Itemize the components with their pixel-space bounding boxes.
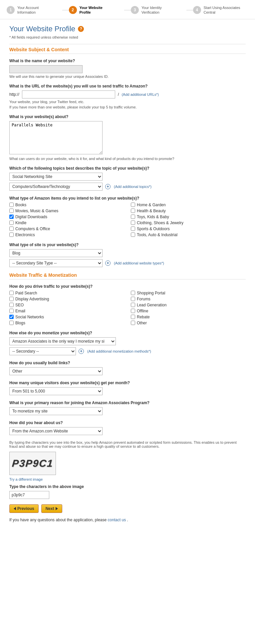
item-toys-kids: Toys, Kids & Baby [131, 215, 246, 219]
footer-text: If you have any questions about the appl… [9, 518, 107, 522]
step-connector-2 [124, 10, 131, 10]
add-url-link[interactable]: (Add additional URLs*) [122, 92, 159, 96]
topic1-select[interactable]: Social Networking Site Blog Content Site… [9, 173, 103, 181]
build-links-select[interactable]: Other Manually Via Plugin Via API [9, 367, 103, 375]
item-movies: Movies, Music & Games [9, 209, 124, 213]
monetization-primary-row: Amazon Associates is the only way I mone… [9, 337, 246, 345]
traffic-display-advertising: Display Advertising [9, 297, 124, 301]
monetization-secondary-select[interactable]: -- Secondary -- Other [9, 347, 76, 355]
q9-label: How do you usually build links? [9, 361, 246, 365]
q6-label: What type of site is your website(s)? [9, 242, 246, 247]
help-icon[interactable]: ? [78, 26, 84, 32]
required-note: * All fields required unless otherwise n… [9, 35, 246, 39]
q3-note: What can users do on your website, who i… [9, 157, 246, 161]
item-computers: Computers & Office [9, 227, 124, 231]
label-paid-search: Paid Search [15, 291, 37, 295]
page-title: Your Website Profile ? [9, 25, 246, 33]
checkbox-offline[interactable] [131, 309, 135, 313]
step-3-label: Your IdentityVerification [141, 5, 162, 15]
checkbox-movies[interactable] [9, 209, 14, 213]
field-build-links: How do you usually build links? Other Ma… [9, 361, 246, 375]
checkbox-lead-generation[interactable] [131, 303, 135, 307]
item-electronics: Electronics [9, 233, 124, 237]
q2-note1: Your website, your blog, your Twitter fe… [9, 100, 246, 104]
q5-label: What type of Amazon items do you intend … [9, 196, 246, 201]
checkbox-email[interactable] [9, 309, 14, 313]
label-email: Email [15, 309, 25, 313]
add-methods-plus: + [79, 349, 84, 354]
next-label: Next [46, 506, 54, 511]
field-amazon-items: What type of Amazon items do you intend … [9, 196, 246, 237]
site-type-primary-select[interactable]: Blog Content Site Deals/Coupons Social N… [9, 249, 103, 257]
try-different-image-link[interactable]: Try a different image [9, 477, 43, 481]
traffic-offline: Offline [131, 309, 246, 313]
section-traffic: Website Traffic & Monetization [9, 272, 246, 279]
add-types-plus: + [105, 260, 111, 266]
checkbox-home-garden[interactable] [131, 203, 135, 207]
label-rebate: Rebate [137, 315, 150, 319]
checkbox-digital-downloads[interactable] [9, 215, 14, 219]
field-unique-visitors: How many unique visitors does your websi… [9, 381, 246, 395]
add-topics-link[interactable]: (Add additional topics*) [114, 185, 151, 189]
checkbox-traffic-other[interactable] [131, 321, 135, 325]
contact-us-link[interactable]: contact us [108, 518, 126, 522]
checkbox-tools[interactable] [131, 233, 135, 237]
checkbox-books[interactable] [9, 203, 14, 207]
q8-label: How else do you monetize your website(s)… [9, 331, 246, 335]
q3-label: What is your website(s) about? [9, 114, 246, 119]
checkbox-toys-kids[interactable] [131, 215, 135, 219]
checkbox-blogs[interactable] [9, 321, 14, 325]
checkbox-health-beauty[interactable] [131, 209, 135, 213]
monetization-primary-select[interactable]: Amazon Associates is the only way I mone… [9, 337, 116, 345]
monetization-secondary-row: -- Secondary -- Other + (Add additional … [9, 347, 246, 355]
captcha-image: P3P9C1 [9, 452, 56, 475]
add-types-link[interactable]: (Add additional website types*) [114, 261, 164, 265]
field-website-about: What is your website(s) about? Parallels… [9, 114, 246, 161]
label-digital-downloads: Digital Downloads [15, 215, 47, 219]
item-digital-downloads: Digital Downloads [9, 215, 124, 219]
checkbox-display-advertising[interactable] [9, 297, 14, 301]
label-electronics: Electronics [15, 233, 35, 237]
website-about-textarea[interactable]: Parallels Website [9, 121, 103, 154]
checkbox-paid-search[interactable] [9, 291, 14, 295]
checkbox-kindle[interactable] [9, 221, 14, 225]
primary-reason-select[interactable]: To monetize my site To earn extra income… [9, 407, 103, 415]
item-health-beauty: Health & Beauty [131, 209, 246, 213]
previous-button[interactable]: Previous [9, 504, 39, 513]
q1-note: We will use this name to generate your u… [9, 75, 246, 79]
step-2-circle: 2 [69, 6, 77, 14]
checkbox-shopping-portal[interactable] [131, 291, 135, 295]
checkbox-sports[interactable] [131, 227, 135, 231]
checkbox-forums[interactable] [131, 297, 135, 301]
add-methods-link[interactable]: (Add additional monetization methods*) [87, 349, 151, 353]
label-lead-generation: Lead Generation [137, 303, 166, 307]
checkbox-social-networks[interactable] [9, 315, 14, 319]
unique-visitors-select[interactable]: From 501 to 5,000 0 to 500 5,001 to 20,0… [9, 387, 103, 395]
traffic-grid: Paid Search Shopping Portal Display Adve… [9, 291, 246, 325]
url-row: http:// / (Add additional URLs*) [9, 90, 246, 98]
website-name-input[interactable] [9, 65, 83, 73]
captcha-input[interactable] [9, 491, 49, 499]
slash-separator: / [118, 92, 119, 97]
field-primary-reason: What is your primary reason for joining … [9, 401, 246, 415]
q1-label: What is the name of your website? [9, 59, 246, 63]
next-button[interactable]: Next [41, 504, 62, 513]
checkbox-computers[interactable] [9, 227, 14, 231]
item-home-garden: Home & Garden [131, 203, 246, 207]
label-sports: Sports & Outdoors [137, 227, 170, 231]
checkbox-clothing[interactable] [131, 221, 135, 225]
label-toys-kids: Toys, Kids & Baby [137, 215, 169, 219]
checkbox-rebate[interactable] [131, 315, 135, 319]
topic2-select[interactable]: Computers/Software/Technology Social Net… [9, 183, 103, 191]
checkbox-seo[interactable] [9, 303, 14, 307]
label-traffic-other: Other [137, 321, 147, 325]
url-input[interactable] [22, 90, 115, 98]
step-4-label: Start Using AssociatesCentral [204, 5, 240, 15]
how-heard-select[interactable]: From the Amazon.com Website Search Engin… [9, 427, 103, 435]
checkbox-electronics[interactable] [9, 233, 14, 237]
captcha-description: By typing the characters you see into th… [9, 440, 246, 448]
traffic-seo: SEO [9, 303, 124, 307]
site-type-secondary-select[interactable]: -- Secondary Site Type -- Blog Content S… [9, 259, 103, 267]
type-chars-label: Type the characters in the above image [9, 484, 246, 489]
label-books: Books [15, 203, 26, 207]
